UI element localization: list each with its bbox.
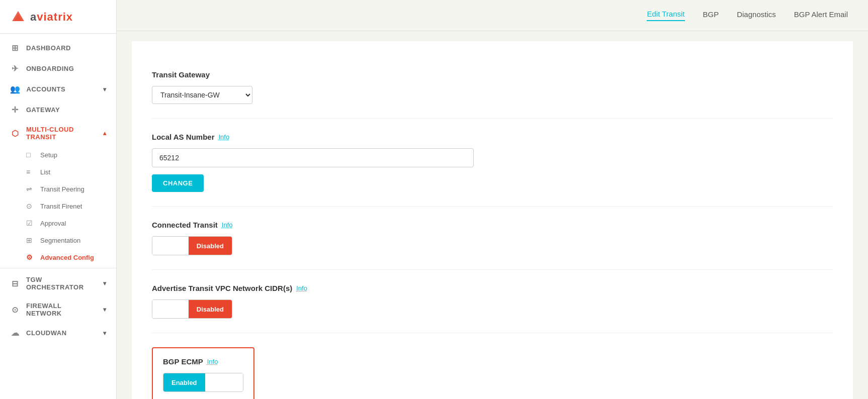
sub-nav-label: List bbox=[40, 168, 50, 176]
sidebar-item-label: GATEWAY bbox=[26, 106, 60, 114]
sidebar-item-approval[interactable]: ☑ Approval bbox=[0, 215, 116, 232]
multi-cloud-transit-sub-nav: □ Setup ≡ List ⇌ Transit Peering ⊙ Trans… bbox=[0, 146, 116, 266]
sidebar-item-setup[interactable]: □ Setup bbox=[0, 146, 116, 163]
connected-transit-toggle-off-area[interactable] bbox=[152, 237, 189, 255]
sidebar-item-multi-cloud-transit[interactable]: ⬡ MULTI-CLOUD TRANSIT ▴ bbox=[0, 120, 116, 146]
tgw-orchestrator-icon: ⊟ bbox=[10, 279, 20, 288]
sidebar-item-tgw-orchestrator[interactable]: ⊟ TGW ORCHESTRATOR ▾ bbox=[0, 270, 116, 296]
connected-transit-toggle[interactable]: Disabled bbox=[152, 236, 232, 255]
connected-transit-info-link[interactable]: Info bbox=[222, 221, 233, 229]
chevron-down-icon: ▾ bbox=[103, 280, 107, 287]
advertise-transit-vpc-label: Advertise Transit VPC Network CIDR(s) In… bbox=[152, 284, 833, 292]
advanced-config-icon: ⚙ bbox=[26, 253, 34, 261]
sidebar: aviatrix ⊞ DASHBOARD ✈ ONBOARDING 👥 ACCO… bbox=[0, 0, 117, 399]
advertise-transit-vpc-section: Advertise Transit VPC Network CIDR(s) In… bbox=[152, 270, 833, 333]
local-as-number-info-link[interactable]: Info bbox=[218, 133, 229, 141]
tab-diagnostics[interactable]: Diagnostics bbox=[737, 10, 776, 21]
chevron-down-icon: ▾ bbox=[103, 330, 107, 337]
logo-area: aviatrix bbox=[0, 0, 116, 34]
transit-gateway-label: Transit Gateway bbox=[152, 70, 833, 79]
sidebar-item-transit-firenet[interactable]: ⊙ Transit Firenet bbox=[0, 197, 116, 215]
bgp-ecmp-label: BGP ECMP Info bbox=[163, 357, 243, 366]
advertise-transit-vpc-toggle[interactable]: Disabled bbox=[152, 300, 232, 319]
sidebar-item-cloudwan[interactable]: ☁ CLOUDWAN ▾ bbox=[0, 323, 116, 343]
bgp-ecmp-info-link[interactable]: Info bbox=[207, 358, 218, 365]
chevron-down-icon: ▾ bbox=[103, 306, 107, 313]
sidebar-item-transit-peering[interactable]: ⇌ Transit Peering bbox=[0, 180, 116, 197]
connected-transit-section: Connected Transit Info Disabled bbox=[152, 207, 833, 270]
segmentation-icon: ⊞ bbox=[26, 236, 34, 244]
bgp-ecmp-section: BGP ECMP Info Enabled bbox=[152, 333, 833, 399]
local-as-number-label: Local AS Number Info bbox=[152, 133, 833, 141]
transit-gateway-section: Transit Gateway Transit-Insane-GW bbox=[152, 56, 833, 119]
content-card: Transit Gateway Transit-Insane-GW Local … bbox=[132, 41, 853, 399]
sidebar-item-label: MULTI-CLOUD TRANSIT bbox=[26, 126, 97, 141]
main-content-area: Edit Transit BGP Diagnostics BGP Alert E… bbox=[117, 0, 868, 399]
setup-icon: □ bbox=[26, 151, 34, 159]
gateway-icon: ✛ bbox=[10, 105, 20, 115]
sidebar-item-label: ACCOUNTS bbox=[27, 85, 66, 93]
bgp-ecmp-toggle[interactable]: Enabled bbox=[163, 373, 243, 392]
sidebar-item-label: FIREWALL NETWORK bbox=[26, 302, 97, 317]
sub-nav-label: Approval bbox=[40, 220, 66, 227]
sidebar-item-onboarding[interactable]: ✈ ONBOARDING bbox=[0, 58, 116, 79]
sub-nav-label: Setup bbox=[40, 151, 57, 159]
local-as-number-section: Local AS Number Info CHANGE bbox=[152, 119, 833, 207]
onboarding-icon: ✈ bbox=[10, 64, 20, 73]
logo-text: aviatrix bbox=[30, 11, 73, 24]
connected-transit-label: Connected Transit Info bbox=[152, 221, 833, 229]
dashboard-icon: ⊞ bbox=[10, 43, 20, 53]
transit-firenet-icon: ⊙ bbox=[26, 202, 34, 210]
cloudwan-icon: ☁ bbox=[10, 328, 20, 338]
advertise-transit-vpc-info-link[interactable]: Info bbox=[296, 284, 307, 292]
sidebar-item-accounts[interactable]: 👥 ACCOUNTS ▾ bbox=[0, 79, 116, 99]
sidebar-item-label: CLOUDWAN bbox=[26, 329, 67, 337]
chevron-down-icon: ▾ bbox=[103, 86, 107, 93]
transit-peering-icon: ⇌ bbox=[26, 185, 34, 193]
approval-icon: ☑ bbox=[26, 219, 34, 227]
connected-transit-disabled-button[interactable]: Disabled bbox=[189, 237, 232, 255]
accounts-icon: 👥 bbox=[10, 84, 21, 94]
tab-bgp-alert-email[interactable]: BGP Alert Email bbox=[794, 10, 848, 21]
bgp-ecmp-enabled-button[interactable]: Enabled bbox=[163, 373, 205, 391]
firewall-network-icon: ⊙ bbox=[10, 305, 20, 315]
sidebar-item-list[interactable]: ≡ List bbox=[0, 163, 116, 180]
transit-gateway-select[interactable]: Transit-Insane-GW bbox=[152, 86, 252, 104]
sidebar-navigation: ⊞ DASHBOARD ✈ ONBOARDING 👥 ACCOUNTS ▾ ✛ … bbox=[0, 34, 116, 347]
sidebar-item-dashboard[interactable]: ⊞ DASHBOARD bbox=[0, 38, 116, 58]
sidebar-item-label: DASHBOARD bbox=[26, 44, 71, 52]
chevron-up-icon: ▴ bbox=[103, 130, 107, 137]
sidebar-item-label: TGW ORCHESTRATOR bbox=[26, 276, 97, 291]
list-icon: ≡ bbox=[26, 168, 34, 176]
sub-nav-label: Transit Firenet bbox=[40, 203, 82, 210]
bgp-ecmp-box: BGP ECMP Info Enabled bbox=[152, 347, 254, 399]
sidebar-item-firewall-network[interactable]: ⊙ FIREWALL NETWORK ▾ bbox=[0, 296, 116, 323]
local-as-number-input[interactable] bbox=[152, 148, 474, 167]
aviatrix-logo-icon bbox=[10, 9, 26, 25]
sub-nav-label: Segmentation bbox=[40, 237, 80, 244]
sub-nav-label: Transit Peering bbox=[40, 185, 84, 193]
advertise-transit-vpc-disabled-button[interactable]: Disabled bbox=[189, 300, 232, 318]
advertise-transit-vpc-toggle-off-area[interactable] bbox=[152, 300, 189, 318]
top-navigation: Edit Transit BGP Diagnostics BGP Alert E… bbox=[117, 0, 868, 31]
change-button[interactable]: CHANGE bbox=[152, 174, 204, 192]
bgp-ecmp-toggle-on-area[interactable] bbox=[205, 373, 243, 391]
tab-bgp[interactable]: BGP bbox=[703, 10, 719, 21]
multi-cloud-transit-icon: ⬡ bbox=[10, 129, 20, 138]
content-area: Transit Gateway Transit-Insane-GW Local … bbox=[117, 31, 868, 399]
sidebar-item-advanced-config[interactable]: ⚙ Advanced Config bbox=[0, 249, 116, 266]
tab-edit-transit[interactable]: Edit Transit bbox=[647, 10, 684, 21]
sidebar-item-label: ONBOARDING bbox=[26, 65, 74, 72]
sub-nav-label: Advanced Config bbox=[40, 254, 94, 261]
sidebar-item-gateway[interactable]: ✛ GATEWAY bbox=[0, 99, 116, 120]
sidebar-item-segmentation[interactable]: ⊞ Segmentation bbox=[0, 232, 116, 249]
